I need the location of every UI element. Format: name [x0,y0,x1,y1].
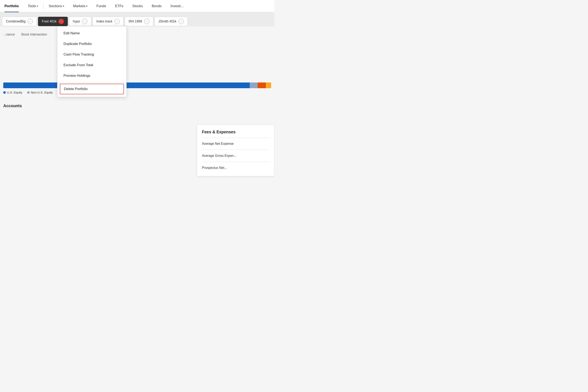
tab-combined-big[interactable]: CombinedBig ··· [2,17,37,26]
fees-row-avg-net: Average Net Expense [202,140,269,147]
dropdown-item-label-delete: Delete Portfolio [64,87,88,91]
nav-label-sections: Sections [49,4,62,8]
bar-segment-fixed-income [258,82,266,88]
main-wrapper: ...nance Stock Intersection U.S. Equity [0,26,274,115]
tab-label-hypo: hypo [73,20,80,23]
tab-label-ira-1999: IRA 1999 [128,20,142,23]
bar-segment-other [266,82,271,88]
tab-index-track[interactable]: Index track ··· [92,17,124,26]
dropdown-menu: Edit Name Duplicate Portfolio Cash Flow … [57,26,126,97]
dropdown-preview-holdings[interactable]: Preview Holdings [57,70,126,81]
nav-item-portfolio[interactable]: Portfolio [0,0,23,12]
legend-non-us-equity: Non-U.S. Equity [27,91,53,94]
dropdown-duplicate-portfolio[interactable]: Duplicate Portfolio [57,38,126,49]
sub-nav-stock-intersection[interactable]: Stock Intersection [21,33,47,36]
chevron-down-icon: ▾ [37,5,38,8]
legend-us-equity: U.S. Equity [3,91,22,94]
dropdown-overlay: Edit Name Duplicate Portfolio Cash Flow … [57,26,126,97]
dropdown-item-label-preview: Preview Holdings [64,74,90,78]
dropdown-delete-portfolio[interactable]: Delete Portfolio [60,84,124,94]
dropdown-item-label-duplicate: Duplicate Portfolio [64,42,92,46]
nav-item-stocks[interactable]: Stocks [128,0,147,12]
content-area: ...nance Stock Intersection U.S. Equity [0,26,274,115]
legend-dot-non-us-equity [27,91,30,94]
dropdown-cash-flow-tracking[interactable]: Cash Flow Tracking [57,49,126,60]
tab-menu-btn-hypo[interactable]: ··· [82,19,88,24]
sub-nav: ...nance Stock Intersection [3,30,271,38]
nav-label-stocks: Stocks [132,4,143,8]
nav-item-tools[interactable]: Tools ▾ [23,0,42,12]
tab-ira-1999[interactable]: IRA 1999 ··· [125,17,153,26]
tab-menu-btn-jsmith-401k[interactable]: ··· [178,19,184,24]
nav-item-etfs[interactable]: ETFs [111,0,128,12]
tab-menu-btn-index-track[interactable]: ··· [114,19,120,24]
nav-label-etfs: ETFs [115,4,124,8]
bar-segment-non-us-equity [250,82,258,88]
dropdown-separator [57,82,126,82]
fees-panel: Fees & Expenses Average Net Expense Aver… [197,124,274,176]
tab-label-fred-401k: Fred 401k [42,20,56,23]
legend-label-us-equity: U.S. Equity [7,91,22,94]
nav-item-sections[interactable]: Sections ▾ [44,0,68,12]
tab-fred-401k[interactable]: Fred 401k ··· [38,17,68,26]
nav-label-bonds: Bonds [152,4,162,8]
tab-jsmith-401k[interactable]: JSmith 401k ··· [154,17,188,26]
legend-dot-us-equity [3,91,6,94]
nav-item-bonds[interactable]: Bonds [147,0,166,12]
nav-item-markets[interactable]: Markets ▾ [68,0,92,12]
chevron-down-icon-sections: ▾ [63,5,64,8]
nav-label-tools: Tools [28,4,36,8]
dropdown-item-label-edit-name: Edit Name [64,31,80,35]
dropdown-item-label-cashflow: Cash Flow Tracking [64,52,94,56]
allocation-section: U.S. Equity Non-U.S. Equity Fixed Income… [3,82,271,94]
portfolio-tabs: CombinedBig ··· Fred 401k ··· hypo ··· I… [0,12,274,26]
nav-item-investing[interactable]: Investi... [166,0,188,12]
nav-label-investing: Investi... [170,4,183,8]
tab-label-index-track: Index track [96,20,112,23]
tab-menu-btn-fred-401k[interactable]: ··· [58,19,64,24]
nav-item-funds[interactable]: Funds [92,0,110,12]
sub-nav-performance[interactable]: ...nance [3,33,15,36]
tab-menu-btn-combined-big[interactable]: ··· [28,19,33,24]
allocation-bar [3,82,271,88]
fees-row-prospectus: Prospectus Net... [202,164,269,171]
dropdown-edit-name[interactable]: Edit Name [57,28,126,38]
tab-hypo[interactable]: hypo ··· [69,17,91,26]
fees-title: Fees & Expenses [202,130,269,134]
tab-menu-btn-ira-1999[interactable]: ··· [144,19,150,24]
nav-label-markets: Markets [73,4,85,8]
tab-label-combined-big: CombinedBig [6,20,26,23]
nav-bar: Portfolio Tools ▾ Sections ▾ Markets ▾ F… [0,0,274,12]
fees-divider-1 [202,138,269,138]
fees-row-avg-gross: Average Gross Expen... [202,152,269,159]
nav-label-portfolio: Portfolio [4,4,19,8]
tab-label-jsmith-401k: JSmith 401k [158,20,176,23]
allocation-legend: U.S. Equity Non-U.S. Equity Fixed Income… [3,91,271,94]
dropdown-exclude-from-total[interactable]: Exclude From Total [57,60,126,70]
fees-divider-3 [202,162,269,162]
dropdown-item-label-exclude: Exclude From Total [64,63,93,67]
sub-nav-label-stock-intersection: Stock Intersection [21,33,47,36]
chevron-down-icon-markets: ▾ [86,5,88,8]
accounts-title: Accounts [3,104,271,108]
nav-label-funds: Funds [96,4,106,8]
accounts-section: Accounts [3,104,271,111]
nav-divider [43,3,44,9]
sub-nav-label-performance: ...nance [3,33,15,36]
legend-label-non-us-equity: Non-U.S. Equity [31,91,53,94]
